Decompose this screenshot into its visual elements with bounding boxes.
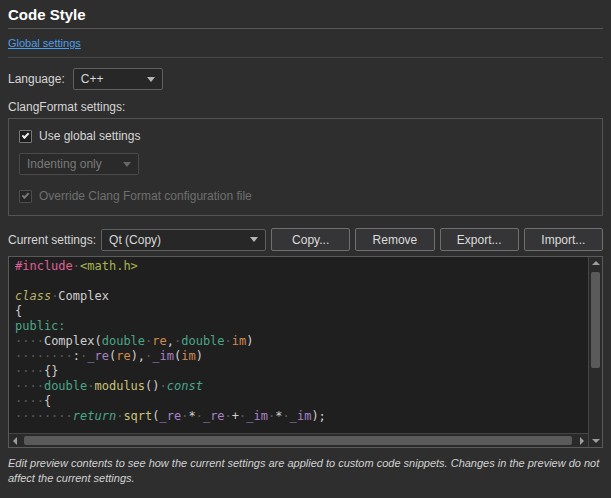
code-line: #include·<math.h> bbox=[15, 259, 586, 274]
checkmark-icon bbox=[22, 131, 30, 139]
code-line: ····double·modulus()·const bbox=[15, 379, 586, 394]
use-global-settings-checkbox[interactable]: Use global settings bbox=[19, 129, 592, 143]
clangformat-group-label: ClangFormat settings: bbox=[8, 100, 603, 114]
indenting-mode-value: Indenting only bbox=[27, 157, 102, 171]
language-label: Language: bbox=[8, 72, 65, 86]
global-settings-link[interactable]: Global settings bbox=[8, 37, 81, 49]
language-row: Language: C++ bbox=[8, 68, 603, 90]
code-line: ········return·sqrt(_re·*·_re·+·_im·*·_i… bbox=[15, 409, 586, 424]
vertical-scrollbar-thumb[interactable] bbox=[591, 272, 600, 368]
current-settings-value: Qt (Copy) bbox=[109, 233, 161, 247]
indenting-mode-combo: Indenting only bbox=[19, 153, 139, 175]
scroll-right-icon[interactable] bbox=[575, 434, 588, 447]
language-combo[interactable]: C++ bbox=[73, 68, 163, 90]
code-line: public: bbox=[15, 319, 586, 334]
copy-button[interactable]: Copy... bbox=[271, 228, 350, 251]
clangformat-group: Use global settings Indenting only Overr… bbox=[8, 118, 603, 216]
current-settings-combo[interactable]: Qt (Copy) bbox=[101, 229, 266, 251]
code-line: ········:·_re(re),·_im(im) bbox=[15, 349, 586, 364]
horizontal-scrollbar[interactable] bbox=[9, 433, 588, 447]
checkbox-icon bbox=[19, 130, 32, 143]
current-settings-row: Current settings: Qt (Copy) Copy... Remo… bbox=[8, 228, 603, 251]
checkbox-icon bbox=[19, 190, 32, 203]
code-style-page: Code Style Global settings Language: C++… bbox=[0, 0, 611, 498]
language-combo-value: C++ bbox=[81, 72, 104, 86]
scroll-up-icon[interactable] bbox=[589, 257, 602, 270]
override-clangformat-checkbox: Override Clang Format configuration file bbox=[19, 189, 592, 203]
current-settings-label: Current settings: bbox=[8, 233, 96, 247]
code-line: ····Complex(double·re,·double·im) bbox=[15, 334, 586, 349]
vertical-scrollbar[interactable] bbox=[588, 257, 602, 447]
page-title: Code Style bbox=[8, 6, 603, 23]
footer-note: Edit preview contents to see how the cur… bbox=[8, 456, 603, 487]
code-lines: #include·<math.h> class·Complex{public:·… bbox=[15, 259, 586, 433]
scroll-down-icon[interactable] bbox=[589, 434, 602, 447]
override-clangformat-label: Override Clang Format configuration file bbox=[39, 189, 252, 203]
code-line: ····{} bbox=[15, 364, 586, 379]
chevron-down-icon bbox=[123, 162, 131, 167]
remove-button[interactable]: Remove bbox=[355, 228, 434, 251]
horizontal-scrollbar-thumb[interactable] bbox=[24, 436, 572, 445]
checkmark-icon bbox=[22, 191, 30, 199]
import-button[interactable]: Import... bbox=[524, 228, 603, 251]
chevron-down-icon bbox=[250, 237, 258, 242]
code-line: ····{ bbox=[15, 394, 586, 409]
scroll-left-icon[interactable] bbox=[9, 434, 22, 447]
export-button[interactable]: Export... bbox=[440, 228, 519, 251]
chevron-down-icon bbox=[147, 77, 155, 82]
link-divider bbox=[8, 57, 603, 58]
code-preview-editor[interactable]: #include·<math.h> class·Complex{public:·… bbox=[8, 256, 603, 448]
code-line bbox=[15, 274, 586, 289]
code-line: { bbox=[15, 304, 586, 319]
use-global-settings-label: Use global settings bbox=[39, 129, 140, 143]
code-line: class·Complex bbox=[15, 289, 586, 304]
title-divider bbox=[8, 28, 603, 29]
